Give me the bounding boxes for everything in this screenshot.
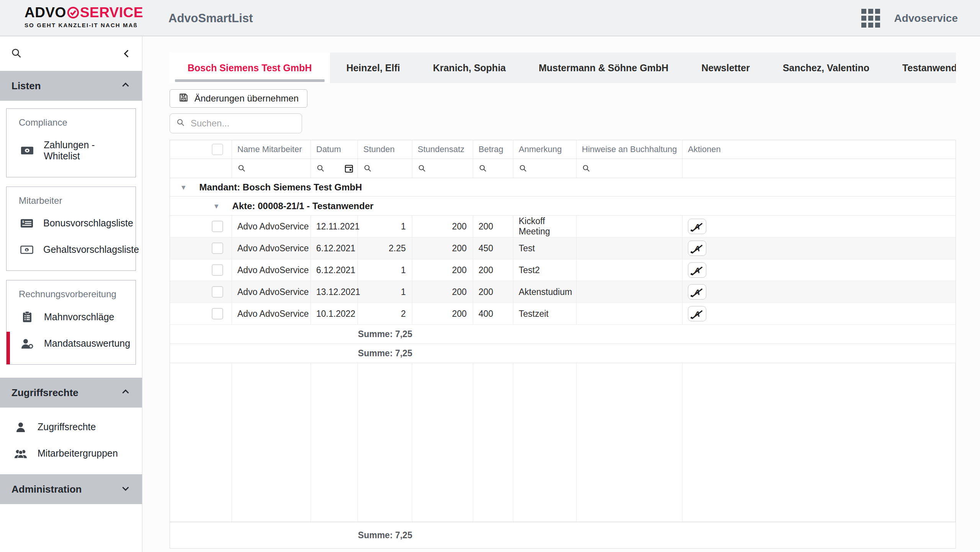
filter-cell-stundensatz[interactable]: [412, 159, 473, 178]
cell-betrag[interactable]: 450: [473, 238, 513, 259]
cell-stunden[interactable]: 2: [358, 303, 412, 324]
tab-bosch-siemens-test-gmbh[interactable]: Bosch Siemens Test GmbH: [170, 52, 330, 83]
cell-stundensatz[interactable]: 200: [412, 216, 473, 237]
row-select-cell: [170, 281, 232, 303]
column-header-stunden[interactable]: Stunden: [358, 140, 412, 159]
cell-name[interactable]: Advo AdvoService: [232, 303, 311, 324]
row-checkbox[interactable]: [212, 264, 223, 276]
filter-cell-hinweise[interactable]: [577, 159, 683, 178]
filter-search-icon[interactable]: [479, 164, 487, 173]
exclude-entry-button[interactable]: A: [688, 241, 706, 256]
cell-betrag[interactable]: 200: [473, 216, 513, 237]
tab-heinzel-elfi[interactable]: Heinzel, Elfi: [330, 52, 416, 83]
cell-name[interactable]: Advo AdvoService: [232, 259, 311, 281]
sidebar-item-bonusvorschlagsliste[interactable]: $ Bonusvorschlagsliste: [7, 210, 136, 236]
column-header-datum[interactable]: Datum: [311, 140, 358, 159]
row-checkbox[interactable]: [212, 308, 223, 319]
filter-cell-datum[interactable]: [311, 159, 358, 178]
sidebar-item-gehaltsvorschlagsliste[interactable]: $ Gehaltsvorschlagsliste: [7, 236, 136, 263]
cell-datum[interactable]: 10.1.2022: [311, 303, 358, 324]
filter-search-icon[interactable]: [363, 164, 372, 173]
sidebar-search-icon[interactable]: [11, 48, 22, 61]
column-header-anmerkung[interactable]: Anmerkung: [513, 140, 577, 159]
search-input[interactable]: [191, 118, 296, 129]
sidebar-section-listen[interactable]: Listen: [0, 71, 142, 101]
sidebar-section-administration[interactable]: Administration: [0, 474, 142, 504]
cell-stunden[interactable]: 1: [358, 281, 412, 303]
row-checkbox[interactable]: [212, 242, 223, 254]
banknote-outline-icon: $: [20, 245, 33, 254]
cell-anmerkung[interactable]: Testzeit: [513, 303, 577, 324]
column-header-betrag[interactable]: Betrag: [473, 140, 513, 159]
tab-sanchez-valentino[interactable]: Sanchez, Valentino: [766, 52, 886, 83]
exclude-entry-button[interactable]: A: [688, 284, 706, 300]
cell-betrag[interactable]: 200: [473, 281, 513, 303]
collapse-caret-icon[interactable]: ▾: [214, 201, 219, 211]
filter-search-icon[interactable]: [519, 164, 528, 173]
cell-name[interactable]: Advo AdvoService: [232, 216, 311, 237]
cell-aktionen: A: [683, 259, 956, 281]
cell-stunden[interactable]: 2.25: [358, 238, 412, 259]
cell-hinweise[interactable]: [577, 238, 683, 259]
cell-anmerkung[interactable]: Kickoff Meeting: [513, 216, 577, 237]
column-header-stundensatz[interactable]: Stundensatz: [412, 140, 473, 159]
cell-stunden[interactable]: 1: [358, 259, 412, 281]
cell-anmerkung[interactable]: Test2: [513, 259, 577, 281]
column-header-name-mitarbeiter[interactable]: Name Mitarbeiter: [232, 140, 311, 159]
filter-cell-anmerkung[interactable]: [513, 159, 577, 178]
cell-hinweise[interactable]: [577, 216, 683, 237]
cell-anmerkung[interactable]: Test: [513, 238, 577, 259]
cell-hinweise[interactable]: [577, 281, 683, 303]
cell-name[interactable]: Advo AdvoService: [232, 281, 311, 303]
cell-name[interactable]: Advo AdvoService: [232, 238, 311, 259]
exclude-entry-button[interactable]: A: [688, 262, 706, 278]
sidebar-item-zugriffsrechte[interactable]: Zugriffsrechte: [6, 414, 136, 440]
filter-search-icon[interactable]: [582, 164, 591, 173]
cell-stundensatz[interactable]: 200: [412, 281, 473, 303]
group-row-mandant[interactable]: ▾ Mandant: Bosch Siemens Test GmbH: [170, 178, 956, 197]
apply-changes-button[interactable]: Änderungen übernehmen: [170, 89, 307, 108]
sidebar-item-mahnvorschlaege[interactable]: Mahnvorschläge: [7, 303, 136, 330]
account-menu[interactable]: Advoservice: [894, 12, 958, 25]
cell-stundensatz[interactable]: 200: [412, 259, 473, 281]
cell-betrag[interactable]: 200: [473, 259, 513, 281]
table-row: Advo AdvoService 12.11.2021 1 200 200 Ki…: [170, 216, 956, 238]
sidebar-section-zugriffsrechte[interactable]: Zugriffsrechte: [0, 378, 142, 408]
select-all-checkbox[interactable]: [212, 144, 223, 155]
column-header-hinweise-an-buchhaltung[interactable]: Hinweise an Buchhaltung: [577, 140, 683, 159]
filter-search-icon[interactable]: [237, 164, 246, 173]
sidebar-item-zahlungen-whitelist[interactable]: Zahlungen - Whitelist: [7, 132, 136, 169]
cell-hinweise[interactable]: [577, 303, 683, 324]
sidebar-item-mandatsauswertung[interactable]: Mandatsauswertung: [7, 330, 136, 357]
strikethrough-a-icon: A: [694, 288, 700, 296]
sidebar-item-mitarbeitergruppen[interactable]: Mitarbeitergruppen: [6, 440, 136, 467]
cell-stundensatz[interactable]: 200: [412, 303, 473, 324]
cell-datum[interactable]: 12.11.2021: [311, 216, 358, 237]
calendar-icon[interactable]: [344, 164, 354, 173]
group-row-akte[interactable]: ▾ Akte: 00008-21/1 - Testanwender: [170, 197, 956, 216]
filter-search-icon[interactable]: [418, 164, 426, 173]
cell-betrag[interactable]: 400: [473, 303, 513, 324]
row-checkbox[interactable]: [212, 286, 223, 298]
cell-hinweise[interactable]: [577, 259, 683, 281]
cell-datum[interactable]: 13.12.2021: [311, 281, 358, 303]
filter-cell-name[interactable]: [232, 159, 311, 178]
tab-kranich-sophia[interactable]: Kranich, Sophia: [416, 52, 522, 83]
cell-datum[interactable]: 6.12.2021: [311, 238, 358, 259]
collapse-caret-icon[interactable]: ▾: [181, 183, 186, 192]
cell-stundensatz[interactable]: 200: [412, 238, 473, 259]
exclude-entry-button[interactable]: A: [688, 219, 706, 234]
tab-newsletter[interactable]: Newsletter: [685, 52, 766, 83]
cell-datum[interactable]: 6.12.2021: [311, 259, 358, 281]
tab-testanwender-theo[interactable]: Testanwender, Theo: [886, 52, 956, 83]
filter-search-icon[interactable]: [316, 164, 325, 173]
tab-mustermann-soehne-gmbh[interactable]: Mustermann & Söhne GmbH: [522, 52, 685, 83]
cell-anmerkung[interactable]: Aktenstudium: [513, 281, 577, 303]
row-checkbox[interactable]: [212, 221, 223, 232]
exclude-entry-button[interactable]: A: [688, 306, 706, 321]
cell-stunden[interactable]: 1: [358, 216, 412, 237]
apps-grid-icon[interactable]: [861, 9, 880, 28]
filter-cell-betrag[interactable]: [473, 159, 513, 178]
sidebar-collapse-icon[interactable]: [121, 48, 132, 61]
filter-cell-stunden[interactable]: [358, 159, 412, 178]
